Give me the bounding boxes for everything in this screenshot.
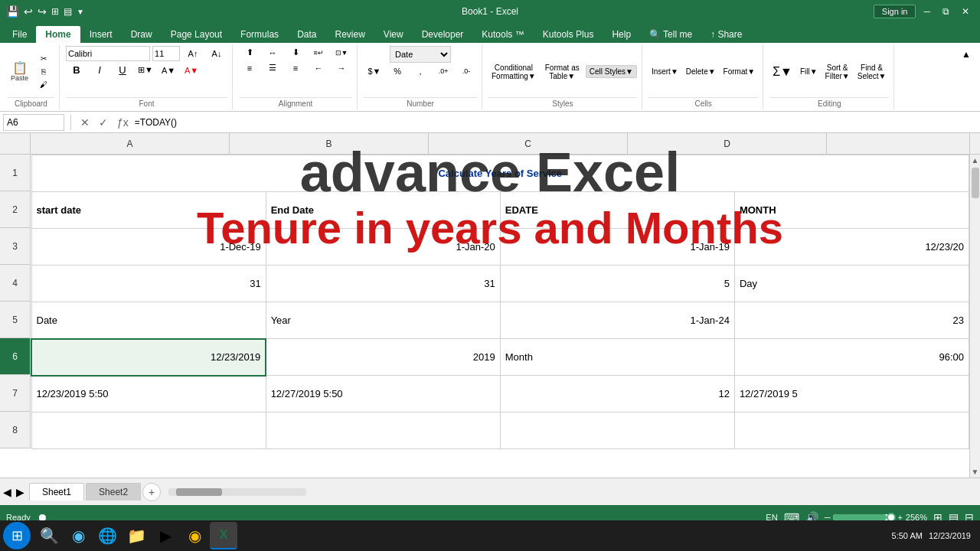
tab-developer[interactable]: Developer <box>413 26 473 43</box>
sheet-nav-right[interactable]: ▶ <box>16 486 24 498</box>
cancel-formula-button[interactable]: ✕ <box>77 116 93 129</box>
sort-filter-button[interactable]: Sort &Filter▼ <box>822 62 853 82</box>
taskbar-ie[interactable]: 🌐 <box>93 522 121 549</box>
cell-a2[interactable]: start date <box>31 192 266 229</box>
cell-d4[interactable]: Day <box>734 266 969 302</box>
sheet-tab-sheet1[interactable]: Sheet1 <box>29 483 84 500</box>
restore-button[interactable]: ⧉ <box>938 5 954 18</box>
cell-c7[interactable]: 12 <box>500 376 734 412</box>
row-header-2[interactable]: 2 <box>0 191 31 228</box>
cell-a6[interactable]: 12/23/2019 <box>31 339 266 376</box>
font-size-input[interactable]: 11 <box>152 46 180 61</box>
zoom-slider[interactable] <box>833 514 894 520</box>
autosum-button[interactable]: Σ▼ <box>769 64 795 80</box>
row-header-7[interactable]: 7 <box>0 375 31 412</box>
cell-styles-button[interactable]: Cell Styles▼ <box>586 65 637 78</box>
tab-view[interactable]: View <box>374 26 413 43</box>
col-header-c[interactable]: C <box>429 133 628 155</box>
row-header-4[interactable]: 4 <box>0 265 31 302</box>
align-left-button[interactable]: ≡ <box>239 61 260 74</box>
fill-button[interactable]: Fill▼ <box>797 66 821 77</box>
align-bottom-button[interactable]: ⬇ <box>285 46 306 59</box>
number-format-dropdown[interactable]: Date General Number Currency <box>390 46 451 63</box>
tab-share[interactable]: ↑ Share <box>701 26 751 43</box>
cell-c2[interactable]: EDATE <box>500 192 734 229</box>
horizontal-scrollbar[interactable] <box>162 488 977 496</box>
cell-a5[interactable]: Date <box>31 302 266 339</box>
taskbar-explorer[interactable]: 📁 <box>122 522 150 549</box>
merge-center-button[interactable]: ⊡▼ <box>331 46 352 59</box>
currency-button[interactable]: $▼ <box>364 65 385 77</box>
row-header-6[interactable]: 6 <box>0 338 31 375</box>
cell-d7[interactable]: 12/27/2019 5 <box>734 376 969 412</box>
cut-button[interactable]: ✂ <box>33 53 54 64</box>
decimal-increase-button[interactable]: .0+ <box>433 65 454 77</box>
taskbar-cortana[interactable]: ◉ <box>64 522 92 549</box>
cell-d5[interactable]: 23 <box>734 302 969 339</box>
close-button[interactable]: ✕ <box>957 5 974 18</box>
tab-draw[interactable]: Draw <box>122 26 162 43</box>
cell-d8[interactable] <box>734 412 969 449</box>
tab-home[interactable]: Home <box>36 26 80 43</box>
percent-button[interactable]: % <box>387 65 408 77</box>
cell-b8[interactable] <box>266 412 500 449</box>
font-name-input[interactable]: Calibri <box>66 46 150 61</box>
insert-function-button[interactable]: ƒx <box>114 116 132 129</box>
cell-d2[interactable]: MONTH <box>734 192 969 229</box>
layout-icon[interactable]: ▤ <box>64 6 72 17</box>
cell-b5[interactable]: Year <box>266 302 500 339</box>
redo-icon[interactable]: ↪ <box>38 5 47 18</box>
enter-formula-button[interactable]: ✓ <box>96 116 111 129</box>
cell-a7[interactable]: 12/23/2019 5:50 <box>31 376 266 412</box>
italic-button[interactable]: I <box>89 64 110 77</box>
taskbar-excel[interactable]: X <box>210 522 237 549</box>
tab-data[interactable]: Data <box>288 26 325 43</box>
formula-input[interactable]: =TODAY() <box>135 114 977 131</box>
cell-c3[interactable]: 1-Jan-19 <box>500 229 734 266</box>
find-select-button[interactable]: Find &Select▼ <box>854 62 890 82</box>
align-right-button[interactable]: ≡ <box>285 61 306 74</box>
fill-color-button[interactable]: A▼ <box>158 64 179 77</box>
add-sheet-button[interactable]: + <box>142 483 161 501</box>
delete-button[interactable]: Delete▼ <box>683 66 719 77</box>
col-header-a[interactable]: A <box>31 133 230 155</box>
cell-b2[interactable]: End Date <box>266 192 500 229</box>
comma-button[interactable]: , <box>410 65 431 77</box>
dropdown-icon[interactable]: ▼ <box>77 8 84 16</box>
col-header-d[interactable]: D <box>628 133 827 155</box>
tab-formulas[interactable]: Formulas <box>231 26 288 43</box>
row-header-1[interactable]: 1 <box>0 155 31 191</box>
tab-review[interactable]: Review <box>325 26 374 43</box>
format-painter-button[interactable]: 🖌 <box>33 79 54 90</box>
undo-icon[interactable]: ↩ <box>24 5 33 18</box>
format-as-table-button[interactable]: Format asTable▼ <box>542 62 583 82</box>
tab-file[interactable]: File <box>3 26 36 43</box>
cell-d6[interactable]: 96:00 <box>734 339 969 376</box>
insert-button[interactable]: Insert▼ <box>648 66 681 77</box>
tab-tell-me[interactable]: 🔍Tell me <box>640 26 701 43</box>
ribbon-collapse-button[interactable]: ▲ <box>956 47 977 61</box>
taskbar-chrome[interactable]: ◉ <box>181 522 208 549</box>
scrollbar-thumb[interactable] <box>972 168 979 198</box>
cell-a4[interactable]: 31 <box>31 266 266 302</box>
row-header-3[interactable]: 3 <box>0 228 31 265</box>
indent-decrease-button[interactable]: ← <box>308 61 329 74</box>
align-top-button[interactable]: ⬆ <box>239 46 260 59</box>
copy-button[interactable]: ⎘ <box>33 66 54 77</box>
font-color-button[interactable]: A▼ <box>181 64 202 77</box>
cell-a8[interactable] <box>31 412 266 449</box>
border-button[interactable]: ⊞▼ <box>135 64 156 77</box>
tab-kutools-plus[interactable]: Kutools Plus <box>534 26 603 43</box>
align-middle-button[interactable]: ↔ <box>262 46 283 59</box>
cell-c6[interactable]: Month <box>500 339 734 376</box>
cell-a3[interactable]: 1-Dec-19 <box>31 229 266 266</box>
paste-button[interactable]: 📋 Paste <box>8 60 31 83</box>
taskbar-search[interactable]: 🔍 <box>35 522 63 549</box>
name-box[interactable]: A6 <box>3 114 64 131</box>
cell-c4[interactable]: 5 <box>500 266 734 302</box>
vertical-scrollbar[interactable]: ▲ ▼ <box>969 155 980 478</box>
wrap-text-button[interactable]: ≡↵ <box>308 46 329 59</box>
decimal-decrease-button[interactable]: .0- <box>456 65 477 77</box>
conditional-formatting-button[interactable]: ConditionalFormatting▼ <box>488 62 539 82</box>
cell-b3[interactable]: 1-Jan-20 <box>266 229 500 266</box>
